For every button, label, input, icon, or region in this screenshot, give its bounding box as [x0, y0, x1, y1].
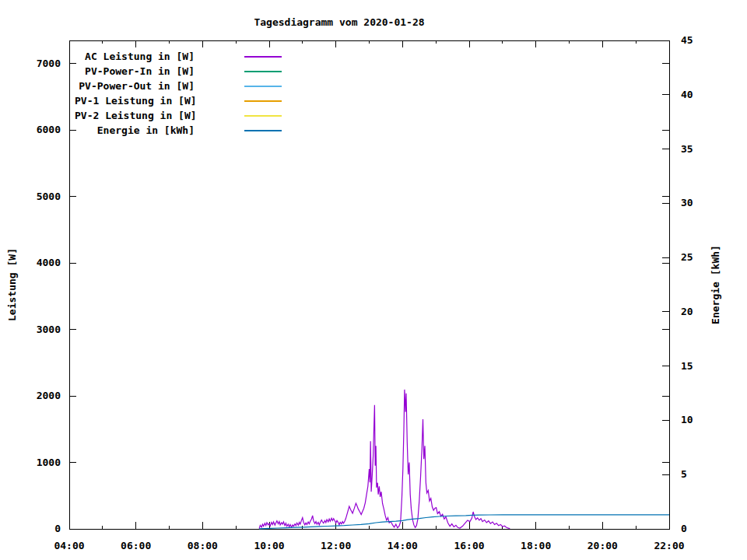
y2-tick-label: 5	[681, 468, 687, 480]
y2-tick-label: 30	[681, 197, 693, 208]
x-tick-label: 04:00	[54, 540, 84, 551]
legend: AC Leistung in [W]PV-Power-In in [W]PV-P…	[75, 49, 282, 138]
y-tick-label: 1000	[37, 457, 61, 468]
y2-tick-label: 35	[681, 143, 693, 155]
y-tick-label: 3000	[37, 324, 61, 335]
x-tick-label: 16:00	[454, 540, 484, 551]
legend-label: PV-2 Leistung in [W]	[75, 110, 195, 121]
legend-label: PV-Power-In in [W]	[75, 65, 195, 77]
x-tick-label: 18:00	[521, 540, 551, 551]
legend-label: Energie in [kWh]	[75, 124, 195, 136]
y-tick-label: 6000	[37, 124, 61, 135]
y-tick-label: 2000	[37, 390, 61, 401]
x-tick-label: 10:00	[254, 540, 284, 551]
x-tick-label: 20:00	[587, 540, 618, 551]
y-tick-label: 7000	[37, 58, 61, 69]
legend-line-sample	[244, 100, 282, 102]
legend-line-sample	[244, 56, 282, 58]
legend-item-1: PV-Power-In in [W]	[75, 64, 282, 79]
y2-tick-label: 15	[681, 360, 693, 372]
y2-tick-label: 40	[681, 89, 693, 100]
y2-tick-label: 10	[681, 414, 693, 425]
x-tick-label: 12:00	[321, 540, 351, 551]
legend-line-sample	[244, 130, 282, 131]
legend-line-sample	[244, 71, 282, 72]
y-tick-label: 0	[54, 523, 61, 534]
legend-item-3: PV-1 Leistung in [W]	[75, 93, 282, 108]
y-tick-label: 5000	[37, 191, 61, 202]
legend-item-4: PV-2 Leistung in [W]	[75, 108, 282, 123]
legend-line-sample	[244, 115, 282, 117]
legend-label: AC Leistung in [W]	[75, 51, 195, 62]
legend-item-2: PV-Power-Out in [W]	[75, 79, 282, 93]
legend-label: PV-Power-Out in [W]	[75, 80, 195, 92]
x-tick-label: 22:00	[654, 540, 684, 551]
series-line-ac-leistung-in-w	[259, 390, 510, 529]
y2-tick-label: 20	[681, 306, 693, 317]
y2-tick-label: 25	[681, 251, 693, 263]
legend-label: PV-1 Leistung in [W]	[75, 95, 195, 107]
x-tick-label: 08:00	[188, 540, 218, 551]
legend-item-5: Energie in [kWh]	[75, 123, 282, 138]
y2-tick-label: 45	[681, 34, 693, 46]
y2-tick-label: 0	[681, 523, 687, 534]
daily-diagram-chart: Tagesdiagramm vom 2020-01-28 Leistung [W…	[0, 0, 747, 560]
x-tick-label: 14:00	[388, 540, 418, 551]
legend-line-sample	[244, 86, 282, 87]
x-tick-label: 06:00	[121, 540, 151, 551]
legend-item-0: AC Leistung in [W]	[75, 49, 282, 64]
y-tick-label: 4000	[37, 257, 61, 268]
